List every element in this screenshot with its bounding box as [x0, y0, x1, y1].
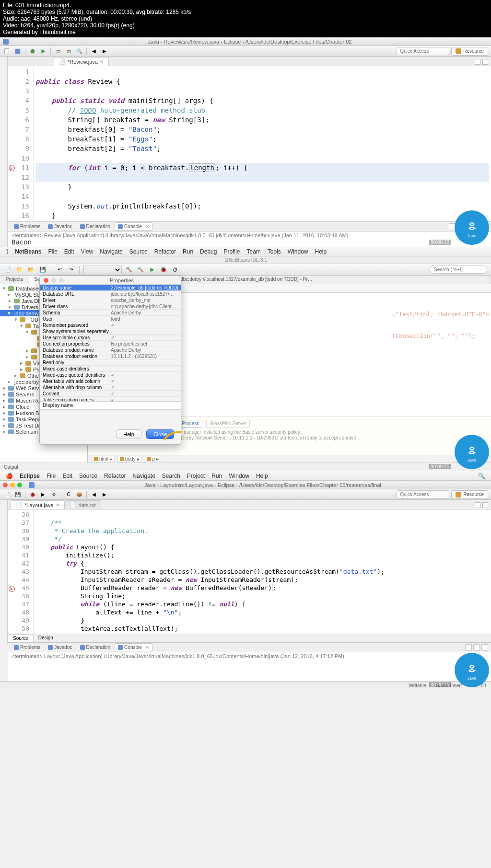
property-row[interactable]: Mixed-case quoted identifiers✓ [40, 372, 181, 378]
save-icon[interactable]: 💾 [13, 490, 22, 499]
tab-problems[interactable]: Problems [11, 643, 44, 651]
menu-debug[interactable]: Debug [200, 248, 217, 255]
open-icon[interactable]: 📂 [27, 266, 35, 274]
search-icon[interactable]: 🔍 [75, 47, 83, 56]
maximize-icon[interactable] [482, 59, 488, 65]
menu-navigate[interactable]: Navigate [100, 248, 122, 255]
nav-fwd-icon[interactable]: ▶ [100, 47, 109, 56]
output-tab[interactable]: Output [4, 464, 18, 470]
window-min-dot[interactable] [10, 483, 15, 487]
close-tab-icon[interactable]: ✕ [100, 59, 104, 64]
window-close-dot[interactable] [3, 483, 8, 487]
window-max-dot[interactable] [17, 483, 22, 487]
tab-projects[interactable]: Projects [0, 276, 29, 284]
tab-javadoc[interactable]: Javadoc [45, 643, 75, 651]
tab-source-design[interactable]: Source [8, 634, 34, 642]
collapsed-view-left[interactable] [0, 57, 8, 247]
help-button[interactable]: Help [116, 429, 141, 439]
new-class-icon[interactable]: C [64, 490, 73, 499]
maximize-icon[interactable] [482, 502, 488, 508]
tab-console[interactable]: Console✕ [115, 643, 152, 651]
run-icon[interactable]: ▶ [39, 490, 47, 499]
profile-icon[interactable]: ⏱ [171, 266, 179, 274]
tab-design[interactable]: Design [34, 634, 58, 642]
out-tab-glassfish[interactable]: GlassFish Server [206, 420, 250, 428]
property-row[interactable]: Mixed-case identifiers [40, 366, 181, 372]
menu-profile[interactable]: Profile [223, 248, 240, 255]
menu-source[interactable]: Source [129, 248, 148, 255]
redo-icon[interactable]: ↷ [67, 266, 75, 274]
property-row[interactable]: Driver classorg.apache.derby.jdbc.Client… [40, 303, 181, 310]
property-row[interactable]: Convert✓ [40, 391, 181, 397]
new-package-icon[interactable]: 📦 [75, 490, 83, 499]
menu-team[interactable]: Team [246, 248, 260, 255]
collapsed-view-left[interactable] [0, 500, 8, 644]
save-icon[interactable] [13, 47, 22, 56]
debug-project-icon[interactable]: 🐞 [159, 266, 168, 274]
menu-refactor[interactable]: Refactor [154, 248, 176, 255]
properties-list[interactable]: Display name27/example_db [todd on TODD]… [40, 285, 181, 401]
property-row[interactable]: Database product nameApache Derby [40, 347, 181, 353]
menu-window[interactable]: Window [288, 248, 308, 255]
nav-back-icon[interactable]: ◀ [90, 490, 98, 499]
property-row[interactable]: Connection propertiesNo properties set [40, 341, 181, 347]
menu-refactor[interactable]: Refactor [104, 473, 126, 479]
console-pin-icon[interactable] [473, 644, 480, 651]
menu-edit[interactable]: Edit [62, 473, 72, 479]
tab-problems[interactable]: Problems [11, 222, 44, 231]
menu-view[interactable]: View [81, 248, 94, 255]
perspective-resource[interactable]: Resource [451, 47, 488, 56]
property-row[interactable]: Remember password✓ [40, 322, 181, 328]
debug-icon[interactable] [28, 47, 37, 56]
code-editor[interactable]: 12345678910111213141516public class Revi… [8, 66, 491, 221]
console-display-icon[interactable] [481, 644, 488, 651]
minimize-icon[interactable] [475, 59, 480, 65]
ext-tools-icon[interactable]: ⚙ [49, 490, 58, 499]
menu-project[interactable]: Project [187, 473, 205, 479]
apple-menu-icon[interactable]:  [6, 248, 8, 255]
console-clear-icon[interactable] [465, 644, 472, 651]
new-icon[interactable]: 📄 [3, 490, 12, 499]
menu-tools[interactable]: Tools [268, 248, 281, 255]
dlg-close-dot[interactable] [44, 278, 48, 283]
menu-search[interactable]: Search [162, 473, 180, 479]
menu-window[interactable]: Window [229, 473, 249, 479]
bc-body[interactable]: body ▸ [117, 456, 142, 462]
quick-access-input[interactable] [397, 47, 449, 55]
save-all-icon[interactable]: 💾 [38, 266, 47, 274]
nav-fwd-icon[interactable]: ▶ [100, 490, 109, 499]
tab-javadoc[interactable]: Javadoc [45, 222, 75, 231]
run-icon[interactable] [39, 47, 47, 56]
menu-netbeans[interactable]: NetBeans [15, 248, 41, 255]
property-row[interactable]: Read only [40, 359, 181, 366]
perspective-resource[interactable]: Resource [451, 490, 488, 499]
property-row[interactable]: SchemaApache Derby [40, 310, 181, 316]
close-tab-icon[interactable]: ✕ [56, 502, 59, 508]
property-row[interactable]: Use scrollable cursors✓ [40, 335, 181, 341]
spotlight-icon[interactable]: 🔍 [478, 473, 485, 479]
file-tab-review[interactable]: 📄 *Review.java ✕ [54, 57, 109, 66]
new-project-icon[interactable]: 📁 [15, 266, 24, 274]
property-row[interactable]: Show system tables separately [40, 328, 181, 335]
bc-html[interactable]: html ▸ [92, 456, 115, 462]
open-type-icon[interactable]: ▭ [64, 47, 73, 56]
debug-icon[interactable]: 🐞 [28, 490, 37, 499]
tab-declaration[interactable]: Declaration [77, 222, 114, 231]
run-project-icon[interactable] [148, 266, 156, 274]
code-editor[interactable]: 363738394041424344454647484950 /** * Cre… [8, 509, 491, 634]
property-row[interactable]: Alter table with drop column✓ [40, 384, 181, 391]
menu-help[interactable]: Help [256, 473, 268, 479]
config-select[interactable] [83, 266, 122, 274]
property-row[interactable]: Display name27/example_db [todd on TODD] [40, 285, 181, 291]
close-icon[interactable]: ✕ [145, 224, 149, 229]
menu-help[interactable]: Help [315, 248, 327, 255]
apple-menu-icon[interactable]: 🍎 [6, 473, 13, 479]
file-tab-layout[interactable]: 📄 *Layout.java ✕ [11, 500, 65, 509]
tab-console[interactable]: Console✕ [115, 222, 152, 231]
menu-navigate[interactable]: Navigate [132, 473, 155, 479]
quick-access-input[interactable] [397, 490, 449, 498]
menu-file[interactable]: File [48, 248, 57, 255]
property-row[interactable]: Table correlation names✓ [40, 397, 181, 401]
new-package-icon[interactable]: ▭ [54, 47, 62, 56]
property-row[interactable]: Driverapache_derby_net [40, 297, 181, 303]
